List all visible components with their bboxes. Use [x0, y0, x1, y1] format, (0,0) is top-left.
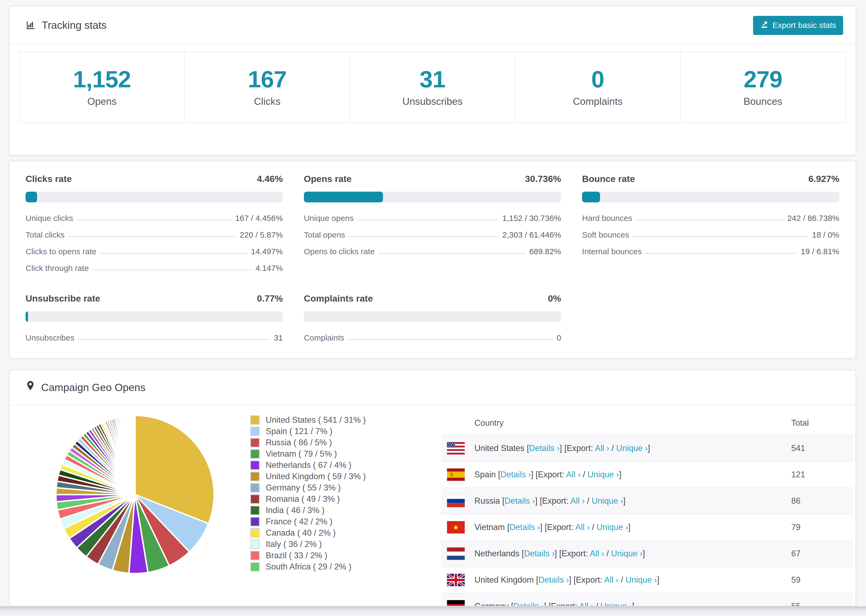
export-prefix: [Export:	[559, 549, 588, 558]
export-unique-link[interactable]: Unique ›	[611, 549, 642, 558]
geo-table-row: Netherlands [Details ›] [Export: All › /…	[441, 540, 853, 567]
details-link[interactable]: Details ›	[509, 522, 540, 532]
summary-stat-label: Opens	[87, 96, 117, 107]
legend-item[interactable]: Netherlands ( 67 / 4% )	[250, 460, 366, 471]
country-total: 67	[791, 549, 847, 558]
dotted-leader	[100, 253, 247, 254]
rate-progress-fill	[582, 192, 600, 203]
legend-label: United Kingdom ( 59 / 3% )	[266, 472, 366, 481]
details-link[interactable]: Details ›	[529, 443, 560, 453]
legend-label: Spain ( 121 / 7% )	[266, 426, 332, 436]
export-basic-stats-button[interactable]: Export basic stats	[753, 16, 843, 35]
export-all-link[interactable]: All ›	[595, 443, 609, 453]
rate-detail-row: Hard bounces 242 / 86.738%	[582, 210, 839, 226]
legend-label: Netherlands ( 67 / 4% )	[266, 460, 351, 470]
export-unique-link[interactable]: Unique ›	[587, 470, 619, 479]
country-total: 541	[791, 443, 847, 453]
export-all-link[interactable]: All ›	[566, 470, 580, 479]
details-link[interactable]: Details ›	[513, 602, 544, 606]
export-all-link[interactable]: All ›	[575, 522, 589, 532]
rate-title: Opens rate	[304, 174, 352, 184]
campaign-geo-title: Campaign Geo Opens	[41, 382, 145, 393]
country-name: Germany	[474, 602, 509, 606]
legend-swatch	[250, 460, 260, 470]
export-unique-link[interactable]: Unique ›	[592, 496, 623, 506]
legend-item[interactable]: Canada ( 40 / 2% )	[250, 527, 366, 539]
rate-detail-value: 167 / 4.456%	[235, 214, 283, 223]
map-pin-icon	[25, 380, 35, 395]
rate-detail-label: Total opens	[304, 230, 345, 239]
export-unique-link[interactable]: Unique ›	[625, 575, 657, 585]
legend-item[interactable]: United Kingdom ( 59 / 3% )	[250, 471, 366, 482]
campaign-geo-card: Campaign Geo Opens United States ( 541 /…	[9, 370, 856, 606]
summary-stat-box: 167 Clicks	[184, 52, 350, 123]
legend-swatch	[250, 426, 260, 436]
dotted-leader	[636, 220, 783, 220]
legend-item[interactable]: Brazil ( 33 / 2% )	[250, 550, 366, 561]
legend-item[interactable]: United States ( 541 / 31% )	[250, 415, 366, 426]
summary-stat-label: Bounces	[744, 96, 783, 107]
geo-table-row: United States [Details ›] [Export: All ›…	[441, 435, 853, 461]
legend-swatch	[250, 483, 260, 493]
rate-detail-label: Soft bounces	[582, 230, 629, 239]
geo-table-header: Country Total	[441, 411, 853, 435]
rate-progress-bar	[582, 192, 839, 203]
rate-progress-fill	[25, 311, 28, 322]
geo-table-row: Germany [Details ›] [Export: All › / Uni…	[441, 593, 853, 606]
geo-table-row: Russia [Details ›] [Export: All › / Uniq…	[441, 487, 853, 514]
legend-item[interactable]: Romania ( 49 / 3% )	[250, 493, 366, 505]
country-total: 86	[791, 496, 847, 506]
rate-detail-label: Unsubscribes	[25, 333, 74, 343]
legend-label: South Africa ( 29 / 2% )	[266, 562, 351, 572]
summary-stat-value: 279	[744, 68, 783, 91]
rate-progress-bar	[304, 192, 561, 203]
rate-block: Clicks rate 4.46% Unique clicks 167 / 4.…	[25, 174, 283, 277]
export-all-link[interactable]: All ›	[579, 602, 593, 606]
details-link[interactable]: Details ›	[501, 470, 531, 479]
legend-swatch	[250, 472, 260, 481]
rate-progress-fill	[304, 192, 383, 203]
legend-item[interactable]: South Africa ( 29 / 2% )	[250, 561, 366, 572]
legend-item[interactable]: Germany ( 55 / 3% )	[250, 482, 366, 493]
legend-label: Russia ( 86 / 5% )	[266, 438, 332, 448]
legend-item[interactable]: France ( 42 / 2% )	[250, 516, 366, 527]
legend-swatch	[250, 415, 260, 425]
export-unique-link[interactable]: Unique ›	[601, 602, 632, 606]
details-link[interactable]: Details ›	[524, 549, 554, 558]
details-link[interactable]: Details ›	[538, 575, 569, 585]
export-prefix: [Export:	[545, 522, 573, 532]
export-prefix: [Export:	[574, 575, 602, 585]
legend-item[interactable]: Italy ( 36 / 2% )	[250, 539, 366, 550]
rate-detail-label: Clicks to opens rate	[25, 247, 96, 256]
tracking-stats-title: Tracking stats	[25, 19, 107, 31]
legend-item[interactable]: India ( 46 / 3% )	[250, 505, 366, 516]
export-prefix: [Export:	[549, 602, 578, 606]
country-name: Vietnam	[474, 522, 505, 532]
geo-table-body: United States [Details ›] [Export: All ›…	[441, 435, 853, 606]
rate-detail-row: Internal bounces 19 / 6.81%	[582, 243, 839, 260]
legend-swatch	[250, 539, 260, 549]
rate-percent: 0%	[548, 293, 561, 304]
export-all-link[interactable]: All ›	[604, 575, 618, 585]
legend-item[interactable]: Spain ( 121 / 7% )	[250, 426, 366, 437]
legend-item[interactable]: Russia ( 86 / 5% )	[250, 437, 366, 448]
export-prefix: [Export:	[564, 443, 593, 453]
page-bottom-edge	[0, 606, 866, 616]
rate-detail-row: Clicks to opens rate 14.497%	[25, 243, 283, 260]
pie-svg	[54, 414, 216, 575]
rate-detail-value: 0	[557, 333, 561, 343]
rate-title: Unsubscribe rate	[25, 293, 100, 304]
legend-item[interactable]: Vietnam ( 79 / 5% )	[250, 448, 366, 460]
dotted-leader	[646, 253, 797, 254]
export-all-link[interactable]: All ›	[570, 496, 585, 506]
rate-detail-value: 18 / 0%	[812, 230, 839, 239]
export-unique-link[interactable]: Unique ›	[616, 443, 648, 453]
export-unique-link[interactable]: Unique ›	[597, 522, 628, 532]
country-total: 121	[791, 470, 847, 479]
rate-percent: 4.46%	[257, 174, 283, 184]
legend-swatch	[250, 517, 260, 526]
details-link[interactable]: Details ›	[505, 496, 535, 506]
export-all-link[interactable]: All ›	[590, 549, 604, 558]
rate-progress-bar	[25, 192, 283, 203]
dotted-leader	[77, 220, 231, 220]
